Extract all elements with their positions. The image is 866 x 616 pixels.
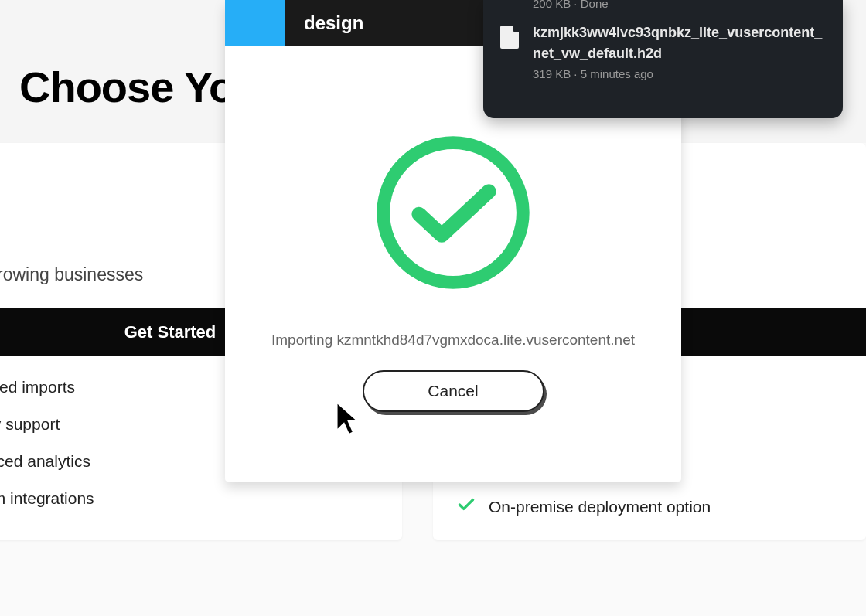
download-meta: 200 KB · Done	[500, 0, 826, 15]
success-check-icon	[372, 131, 534, 297]
file-icon	[500, 26, 519, 49]
cancel-button[interactable]: Cancel	[363, 370, 544, 412]
feature-label: riority support	[0, 415, 60, 434]
download-meta: 319 KB · 5 minutes ago	[533, 67, 826, 80]
feature-label: dvanced analytics	[0, 452, 90, 471]
feature-item: On-premise deployment option	[456, 495, 843, 519]
feature-label: nlimited imports	[0, 378, 75, 396]
download-item[interactable]: kzmjkk3ww4ivc93qnbkz_lite_vusercontent_n…	[500, 15, 826, 88]
feature-label: On-premise deployment option	[489, 498, 711, 516]
check-icon	[456, 495, 476, 519]
feature-label: ustom integrations	[0, 489, 94, 508]
import-status-text: Importing kzmntkhd84d7vgmxdoca.lite.vuse…	[271, 332, 635, 349]
feature-item: ustom integrations	[0, 489, 379, 508]
svg-point-0	[384, 143, 523, 283]
download-filename: kzmjkk3ww4ivc93qnbkz_lite_vusercontent_n…	[533, 22, 826, 64]
tab-blue[interactable]	[225, 0, 285, 46]
downloads-panel: 200 KB · Done kzmjkk3ww4ivc93qnbkz_lite_…	[483, 0, 843, 118]
